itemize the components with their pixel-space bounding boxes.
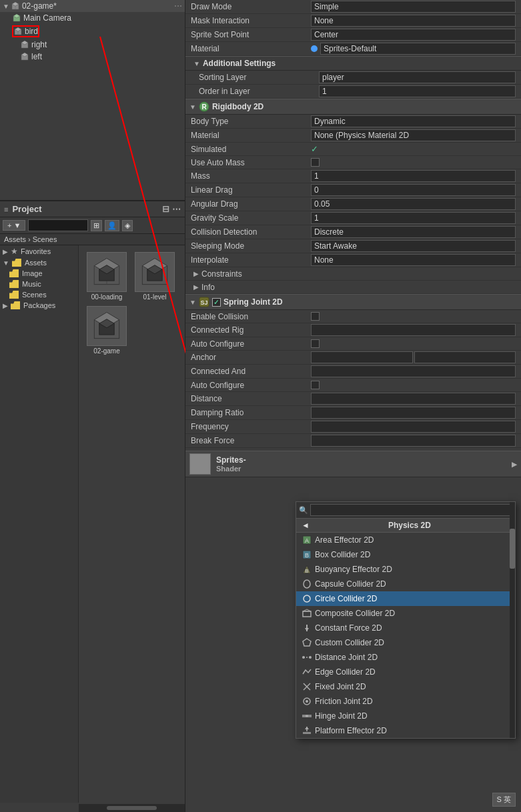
hierarchy-item-camera[interactable]: Main Camera (0, 12, 185, 24)
constraints-row[interactable]: ▶ Constraints (185, 267, 521, 281)
tree-image[interactable]: Image (0, 268, 78, 279)
dropdown-item-area-effector[interactable]: A Area Effector 2D (296, 533, 515, 547)
enable-collision-checkbox[interactable] (311, 312, 320, 321)
dock-icon[interactable]: ⊟ (162, 204, 169, 214)
distance-joint-icon (302, 652, 312, 663)
svg-marker-58 (305, 727, 309, 729)
svg-point-40 (304, 595, 310, 602)
tree-packages[interactable]: ▶ Packages (0, 300, 78, 311)
mass-row: Mass 1 (185, 169, 521, 183)
asset-00-loading[interactable]: 00-loading (85, 252, 128, 301)
project-panel: ≡ Project ⊟ ⋯ + ▼ ⊞ 👤 ◈ Assets › Scenes … (0, 200, 185, 812)
area-effector-icon: A (302, 535, 312, 545)
svg-text:B: B (305, 568, 308, 574)
linear-drag-row: Linear Drag 0 (185, 183, 521, 197)
dropdown-item-distance[interactable]: Distance Joint 2D (296, 650, 515, 665)
dropdown-item-hinge[interactable]: Hinge Joint 2D (296, 709, 515, 723)
tree-music[interactable]: Music (0, 279, 78, 289)
svg-point-55 (306, 715, 308, 717)
hinge-joint-icon (302, 711, 312, 721)
connected-and-row: Connected And (185, 365, 521, 379)
auto-configure2-checkbox[interactable] (311, 381, 320, 389)
svg-marker-44 (305, 628, 309, 631)
dropdown-item-box-collider[interactable]: B Box Collider 2D (296, 547, 515, 562)
hierarchy-item-bird[interactable]: bird (0, 24, 185, 39)
dropdown-item-capsule[interactable]: Capsule Collider 2D (296, 577, 515, 591)
search-icon: 🔍 (299, 506, 308, 515)
dropdown-item-friction[interactable]: Friction Joint 2D (296, 694, 515, 709)
asset-01-level[interactable]: 01-level (133, 252, 176, 301)
sprites-section-header[interactable]: Sprites- Shader ▶ (185, 451, 521, 477)
spring-joint-header[interactable]: ▼ SJ ✓ Spring Joint 2D (185, 294, 521, 310)
breadcrumb: Assets › Scenes (0, 234, 185, 245)
dropdown-item-edge[interactable]: Edge Collider 2D (296, 665, 515, 679)
svg-marker-42 (303, 609, 311, 611)
frequency-row: Frequency (185, 420, 521, 434)
interpolate-row: Interpolate None (185, 253, 521, 267)
auto-mass-checkbox[interactable] (311, 158, 320, 167)
spring-joint-checkbox[interactable]: ✓ (212, 298, 221, 307)
edge-collider-icon (302, 667, 312, 677)
hierarchy-panel: ▼ 02-game* ⋯ Main Camera bird (0, 0, 185, 200)
custom-collider-icon (302, 637, 312, 648)
composite-icon (302, 608, 312, 619)
draw-mode-row: Draw Mode Simple (185, 0, 521, 14)
back-arrow[interactable]: ◄ (302, 521, 310, 530)
sorting-layer-row: Sorting Layer player (185, 71, 521, 85)
hierarchy-item-root[interactable]: ▼ 02-game* ⋯ (0, 0, 185, 12)
dropdown-search-input[interactable] (310, 504, 512, 516)
svg-text:R: R (201, 103, 207, 111)
project-toolbar: + ▼ ⊞ 👤 ◈ (0, 217, 185, 234)
svg-point-52 (306, 700, 308, 703)
breadcrumb-scenes[interactable]: Scenes (33, 235, 57, 243)
material-row: Material Sprites-Default (185, 42, 521, 56)
tree-favorites[interactable]: ▶ ★ Favorites (0, 245, 78, 257)
hierarchy-item-left[interactable]: left (0, 51, 185, 63)
add-button[interactable]: + ▼ (3, 220, 25, 231)
distance-row: Distance (185, 392, 521, 406)
angular-drag-row: Angular Drag 0.05 (185, 197, 521, 211)
hierarchy-item-right[interactable]: right (0, 39, 185, 51)
filter-icon-btn[interactable]: ◈ (122, 220, 133, 231)
simulated-check[interactable]: ✓ (311, 144, 318, 154)
fixed-joint-icon (302, 681, 312, 692)
dropdown-item-constant-force[interactable]: Constant Force 2D (296, 621, 515, 635)
rigidbody2d-header[interactable]: ▼ R Rigidbody 2D (185, 99, 521, 115)
sprites-arrow[interactable]: ▶ (512, 461, 517, 468)
sleeping-mode-row: Sleeping Mode Start Awake (185, 239, 521, 253)
mask-interaction-row: Mask Interaction None (185, 14, 521, 28)
physics2d-dropdown: 🔍 ◄ Physics 2D A Area Effector 2D B Box … (296, 501, 516, 739)
dropdown-item-fixed[interactable]: Fixed Joint 2D (296, 679, 515, 694)
tree-assets[interactable]: ▼ Assets (0, 257, 78, 268)
auto-configure-checkbox[interactable] (311, 339, 320, 348)
sprite-sort-point-row: Sprite Sort Point Center (185, 28, 521, 42)
damping-ratio-row: Damping Ratio (185, 406, 521, 420)
simulated-row: Simulated ✓ (185, 143, 521, 156)
dropdown-item-circle[interactable]: Circle Collider 2D (296, 591, 515, 606)
dropdown-item-buoyancy[interactable]: B Buoyancy Effector 2D (296, 562, 515, 577)
project-panel-header: ≡ Project ⊟ ⋯ (0, 201, 185, 217)
additional-settings-header[interactable]: ▼ Additional Settings (185, 56, 521, 71)
asset-02-game[interactable]: 02-game (85, 306, 128, 355)
dropdown-item-custom[interactable]: Custom Collider 2D (296, 635, 515, 650)
break-force-row: Break Force (185, 434, 521, 448)
dropdown-header: ◄ Physics 2D (296, 519, 515, 533)
body-type-row: Body Type Dynamic (185, 115, 521, 129)
menu-icon[interactable]: ⋯ (172, 204, 181, 214)
dropdown-search-bar: 🔍 (296, 502, 515, 519)
auto-configure-row: Auto Configure (185, 337, 521, 351)
search-input[interactable] (28, 219, 88, 231)
rb-material-row: Material None (Physics Material 2D (185, 129, 521, 143)
svg-text:B: B (305, 552, 309, 559)
info-row[interactable]: ▶ Info (185, 281, 521, 294)
dropdown-item-composite[interactable]: Composite Collider 2D (296, 606, 515, 621)
person-icon-btn[interactable]: 👤 (105, 220, 119, 231)
svg-rect-56 (303, 732, 311, 734)
svg-point-39 (304, 580, 310, 588)
tree-scenes[interactable]: Scenes (0, 289, 78, 300)
dropdown-item-platform[interactable]: Platform Effector 2D (296, 723, 515, 738)
svg-text:A: A (305, 537, 309, 544)
search-icon-btn[interactable]: ⊞ (91, 220, 102, 231)
svg-point-48 (309, 656, 312, 659)
breadcrumb-assets[interactable]: Assets (4, 235, 26, 243)
